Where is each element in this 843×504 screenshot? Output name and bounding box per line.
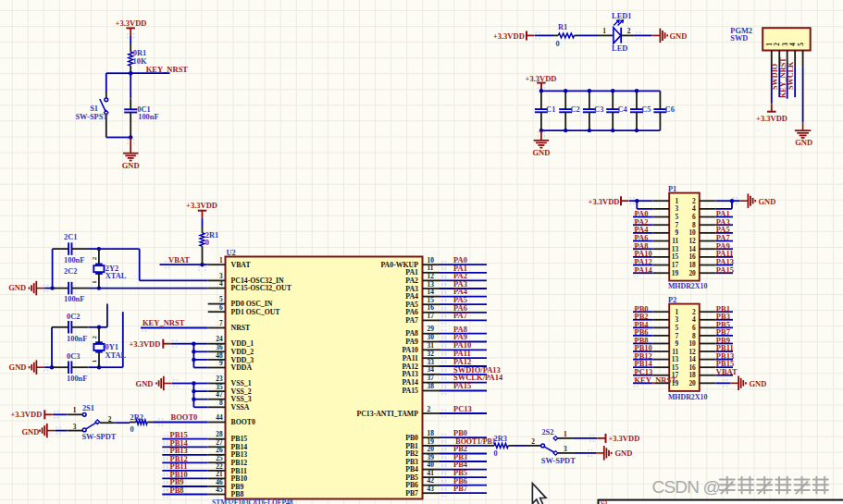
svg-text:GND: GND [759, 197, 776, 206]
svg-text:PA15: PA15 [402, 387, 418, 395]
svg-text:2R2: 2R2 [130, 413, 143, 422]
svg-text:VBAT: VBAT [716, 367, 738, 376]
svg-text:5: 5 [675, 213, 678, 221]
svg-text:+3.3VDD: +3.3VDD [756, 114, 787, 123]
svg-text:2: 2 [428, 405, 431, 413]
svg-text:+3.3VDD: +3.3VDD [589, 197, 620, 206]
svg-text:6: 6 [692, 213, 696, 221]
svg-text:45: 45 [216, 486, 223, 494]
svg-text:+3.3VDD: +3.3VDD [116, 18, 147, 28]
svg-text:CSDN @: CSDN @ [652, 477, 721, 497]
svg-text:KEY_NRST: KEY_NRST [635, 375, 677, 385]
svg-text:33: 33 [428, 358, 435, 366]
svg-text:1: 1 [91, 359, 98, 363]
svg-text:8: 8 [219, 399, 223, 407]
svg-text:PB0: PB0 [405, 434, 418, 442]
svg-text:34: 34 [428, 365, 435, 374]
svg-text:100nF: 100nF [138, 113, 158, 121]
svg-text:PB8: PB8 [231, 490, 244, 498]
svg-text:4: 4 [692, 204, 696, 213]
svg-text:PA14: PA14 [402, 378, 418, 387]
svg-text:100nF: 100nF [64, 295, 84, 303]
svg-text:6: 6 [219, 303, 223, 312]
svg-text:5: 5 [797, 43, 805, 46]
svg-text:BOOT0: BOOT0 [171, 412, 198, 422]
svg-text:GND: GND [795, 138, 812, 147]
svg-text:C6: C6 [665, 105, 675, 114]
svg-text:BOOT0: BOOT0 [231, 418, 256, 426]
svg-text:14: 14 [688, 245, 696, 253]
svg-text:GND: GND [670, 31, 688, 41]
svg-text:0: 0 [130, 425, 134, 434]
svg-text:SW-SPDT: SW-SPDT [81, 433, 116, 441]
svg-text:C4: C4 [617, 105, 627, 114]
svg-text:17: 17 [672, 261, 679, 269]
svg-text:PA12: PA12 [402, 363, 418, 371]
svg-text:GND: GND [136, 379, 154, 388]
svg-text:P1: P1 [668, 185, 676, 193]
svg-text:VSSA: VSSA [231, 403, 250, 412]
svg-text:12: 12 [688, 237, 696, 245]
svg-text:P2: P2 [668, 296, 676, 304]
svg-text:PC13: PC13 [453, 404, 472, 413]
svg-text:32: 32 [428, 350, 435, 358]
svg-text:2C2: 2C2 [64, 267, 77, 276]
svg-text:MHDR2X10: MHDR2X10 [668, 393, 708, 401]
svg-text:PC15-OSC32_OUT: PC15-OSC32_OUT [231, 284, 292, 292]
svg-text:PA11: PA11 [403, 354, 418, 363]
svg-text:9: 9 [675, 228, 678, 237]
svg-text:PA10: PA10 [402, 346, 418, 354]
svg-text:2S1: 2S1 [82, 404, 94, 412]
svg-text:11: 11 [672, 237, 678, 245]
svg-text:20: 20 [688, 269, 696, 277]
svg-text:C5: C5 [641, 105, 651, 114]
svg-text:C2: C2 [570, 105, 579, 114]
svg-text:100nF: 100nF [64, 256, 84, 264]
svg-text:0R1: 0R1 [133, 49, 146, 57]
svg-text:1: 1 [602, 27, 606, 35]
svg-text:PA13: PA13 [402, 370, 418, 378]
svg-text:+3.3VDD: +3.3VDD [186, 201, 217, 210]
svg-text:1: 1 [219, 256, 223, 264]
svg-text:STM32F103C8T6-LQFP48: STM32F103C8T6-LQFP48 [212, 498, 293, 504]
svg-text:0C2: 0C2 [67, 313, 80, 321]
svg-text:29: 29 [428, 325, 435, 333]
svg-text:1: 1 [73, 406, 77, 414]
svg-text:SW-SPDT: SW-SPDT [541, 457, 576, 465]
svg-text:10K: 10K [133, 57, 147, 66]
svg-text:PB7: PB7 [453, 484, 468, 493]
svg-text:100nF: 100nF [67, 335, 87, 343]
svg-text:13: 13 [672, 245, 679, 253]
svg-text:U2: U2 [227, 249, 236, 257]
svg-text:2: 2 [91, 336, 98, 339]
svg-text:38: 38 [428, 382, 435, 390]
svg-text:GND: GND [614, 449, 632, 458]
svg-text:GND: GND [21, 427, 39, 436]
svg-text:LED1: LED1 [612, 12, 631, 20]
svg-text:17: 17 [428, 312, 435, 320]
svg-text:PA7: PA7 [453, 311, 468, 320]
svg-text:NRST: NRST [231, 324, 252, 332]
svg-text:PD1 OSC_OUT: PD1 OSC_OUT [231, 308, 281, 316]
svg-text:2R3: 2R3 [494, 435, 507, 443]
svg-text:4: 4 [219, 279, 223, 288]
svg-text:2: 2 [692, 197, 696, 205]
svg-text:XTAL: XTAL [105, 351, 127, 360]
svg-text:1: 1 [91, 280, 98, 284]
svg-text:PB0: PB0 [453, 428, 467, 437]
svg-text:PA8: PA8 [405, 329, 418, 338]
svg-text:2: 2 [627, 27, 631, 35]
svg-text:3: 3 [73, 423, 77, 431]
svg-text:+3.3VDD: +3.3VDD [526, 74, 557, 83]
svg-text:U3: U3 [601, 499, 607, 504]
svg-text:100nF: 100nF [67, 375, 87, 383]
svg-text:2C1: 2C1 [64, 233, 77, 241]
svg-text:19: 19 [672, 269, 679, 277]
svg-text:0C3: 0C3 [67, 352, 80, 361]
svg-text:KEY_NRST: KEY_NRST [143, 318, 185, 327]
svg-text:2: 2 [91, 256, 98, 260]
svg-text:S1: S1 [90, 104, 98, 113]
svg-text:PA9: PA9 [405, 338, 418, 346]
svg-text:18: 18 [688, 261, 696, 269]
svg-text:+3.3VDD: +3.3VDD [493, 31, 525, 41]
